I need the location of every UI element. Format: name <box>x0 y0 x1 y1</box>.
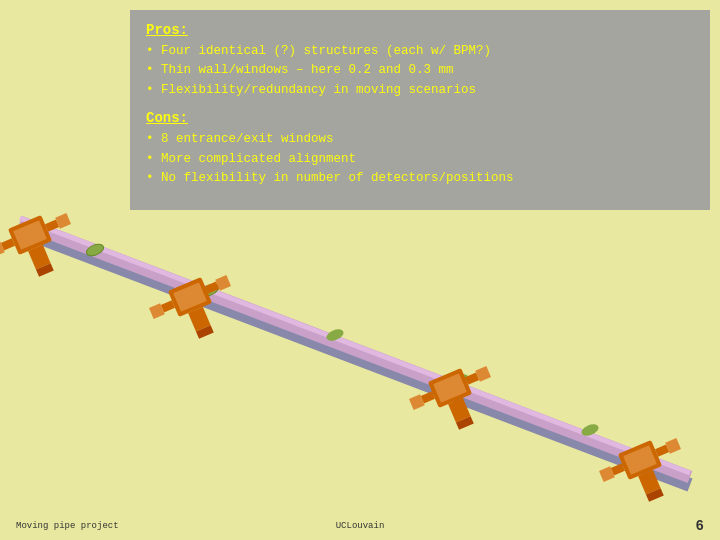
pros-item-1: Four identical (?) structures (each w/ B… <box>146 42 694 61</box>
pros-item-2: Thin wall/windows – here 0.2 and 0.3 mm <box>146 61 694 80</box>
footer: Moving pipe project UCLouvain 6 <box>0 518 720 534</box>
beam-area <box>0 140 720 510</box>
svg-line-1 <box>20 222 690 477</box>
svg-line-0 <box>20 230 690 485</box>
pros-item-3: Flexibility/redundancy in moving scenari… <box>146 81 694 100</box>
footer-page: 6 <box>696 518 704 534</box>
pros-list: Four identical (?) structures (each w/ B… <box>146 42 694 100</box>
beam-svg <box>0 140 720 510</box>
footer-center: UCLouvain <box>336 521 385 531</box>
footer-left: Moving pipe project <box>16 521 119 531</box>
cons-title: Cons: <box>146 110 694 126</box>
pros-title: Pros: <box>146 22 694 38</box>
slide-container: Pros: Four identical (?) structures (eac… <box>0 0 720 540</box>
